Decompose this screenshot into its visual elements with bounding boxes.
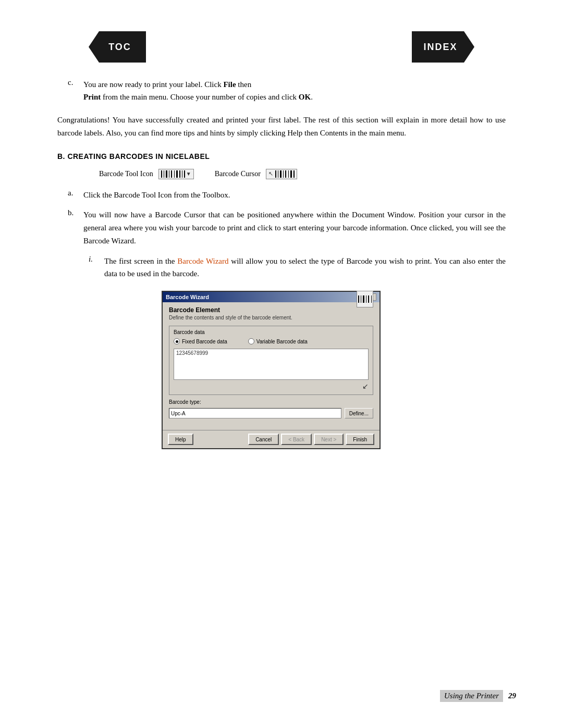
step-a-label: a. bbox=[68, 189, 83, 202]
section-b-header: B. Creating Barcodes in NiceLabel bbox=[57, 152, 506, 161]
step-c: c. You are now ready to print your label… bbox=[57, 78, 506, 103]
dialog-body: Barcode Element Define the contents and … bbox=[163, 302, 380, 428]
help-button[interactable]: Help bbox=[168, 434, 193, 445]
barcode-type-input[interactable] bbox=[169, 408, 341, 418]
page-footer: Using the Printer 29 bbox=[440, 690, 516, 702]
step-a: a. Click the Barcode Tool Icon from the … bbox=[57, 189, 506, 202]
dropdown-arrow-icon: ▼ bbox=[186, 171, 191, 177]
index-arrow[interactable]: INDEX bbox=[412, 31, 474, 63]
barcode-tool-icon-box: ▼ bbox=[158, 169, 194, 179]
step-c-bold-ok: OK bbox=[299, 93, 311, 101]
page: TOC INDEX c. You are now ready to print … bbox=[0, 0, 563, 728]
step-c-text: You are now ready to print your label. C… bbox=[83, 78, 313, 103]
footer-label: Using the Printer bbox=[440, 690, 503, 702]
cursor-hint-icon: ↙ bbox=[362, 382, 369, 390]
radio-fixed-dot bbox=[174, 338, 180, 344]
dialog-cursor-hint: ↙ bbox=[174, 382, 369, 390]
step-c-bold-print: Print bbox=[83, 93, 101, 101]
dialog-container: Barcode Wizard ? ✕ Barcode Element Defin… bbox=[162, 291, 506, 449]
dialog-footer: Help Cancel < Back Next > Finish bbox=[163, 430, 380, 448]
next-button[interactable]: Next > bbox=[314, 434, 344, 445]
barcode-wizard-dialog: Barcode Wizard ? ✕ Barcode Element Defin… bbox=[162, 291, 381, 449]
barcode-tool-row: Barcode Tool Icon ▼ Barcode Cursor ↖ bbox=[57, 169, 506, 179]
barcode-data-group-label: Barcode data bbox=[174, 329, 369, 335]
step-b-text: You will now have a Barcode Cursor that … bbox=[83, 208, 506, 247]
barcode-cursor-icon-box: ↖ bbox=[266, 169, 297, 179]
step-c-text-2: then bbox=[236, 80, 252, 89]
step-c-label: c. bbox=[68, 78, 83, 103]
barcode-type-row: Define... bbox=[169, 408, 373, 418]
dialog-barcode-icon bbox=[357, 291, 373, 307]
dialog-section-subtitle: Define the contents and style of the bar… bbox=[169, 315, 292, 320]
toc-label: TOC bbox=[108, 42, 131, 53]
nav-arrows: TOC INDEX bbox=[47, 31, 516, 63]
radio-variable-dot bbox=[248, 338, 254, 344]
barcode-type-section: Barcode type: Define... bbox=[169, 399, 373, 418]
barcode-tool-label: Barcode Tool Icon bbox=[99, 170, 153, 178]
step-i-label: i. bbox=[89, 255, 104, 281]
define-button[interactable]: Define... bbox=[345, 408, 373, 418]
barcode-cursor-bars bbox=[275, 170, 295, 178]
step-c-text-1: You are now ready to print your label. C… bbox=[83, 80, 223, 89]
step-i-text-1: The first screen in the bbox=[104, 257, 177, 265]
footer-page-number: 29 bbox=[508, 692, 516, 700]
index-label: INDEX bbox=[423, 42, 457, 53]
step-b: b. You will now have a Barcode Cursor th… bbox=[57, 208, 506, 247]
barcode-wizard-orange: Barcode Wizard bbox=[177, 257, 228, 265]
cursor-arrow-icon: ↖ bbox=[268, 170, 273, 177]
dialog-section-title: Barcode Element bbox=[169, 306, 292, 314]
radio-fixed-label: Fixed Barcode data bbox=[182, 339, 227, 344]
step-b-label: b. bbox=[68, 208, 83, 247]
finish-button[interactable]: Finish bbox=[346, 434, 374, 445]
back-button[interactable]: < Back bbox=[281, 434, 312, 445]
barcode-cursor-label: Barcode Cursor bbox=[215, 170, 261, 178]
step-c-text-4: . bbox=[311, 93, 313, 101]
dialog-titlebar: Barcode Wizard ? ✕ bbox=[163, 292, 380, 302]
radio-variable-label: Variable Barcode data bbox=[256, 339, 308, 344]
radio-fixed[interactable]: Fixed Barcode data bbox=[174, 338, 227, 344]
radio-variable[interactable]: Variable Barcode data bbox=[248, 338, 308, 344]
step-i-text: The first screen in the Barcode Wizard w… bbox=[104, 255, 506, 281]
step-i: i. The first screen in the Barcode Wizar… bbox=[57, 255, 506, 281]
barcode-tool-item: Barcode Tool Icon ▼ bbox=[99, 169, 194, 179]
main-content: c. You are now ready to print your label… bbox=[57, 78, 506, 449]
dialog-footer-left: Help bbox=[168, 434, 193, 445]
congrats-paragraph: Congratulations! You have successfully c… bbox=[57, 114, 506, 140]
barcode-data-group: Barcode data Fixed Barcode data Variable… bbox=[169, 326, 373, 395]
dialog-title: Barcode Wizard bbox=[166, 294, 209, 300]
step-a-text: Click the Barcode Tool Icon from the Too… bbox=[83, 189, 230, 202]
toc-arrow[interactable]: TOC bbox=[89, 31, 146, 63]
dialog-icon-barcode bbox=[358, 295, 372, 303]
radio-row: Fixed Barcode data Variable Barcode data bbox=[174, 338, 369, 344]
step-c-text-3: from the main menu. Choose your number o… bbox=[101, 93, 299, 101]
barcode-type-label: Barcode type: bbox=[169, 399, 373, 405]
step-c-bold-file: File bbox=[223, 80, 236, 89]
dialog-footer-right: Cancel < Back Next > Finish bbox=[248, 434, 374, 445]
barcode-value-textarea[interactable] bbox=[174, 349, 369, 380]
cancel-button[interactable]: Cancel bbox=[248, 434, 279, 445]
barcode-icon bbox=[161, 170, 185, 178]
barcode-cursor-item: Barcode Cursor ↖ bbox=[215, 169, 297, 179]
